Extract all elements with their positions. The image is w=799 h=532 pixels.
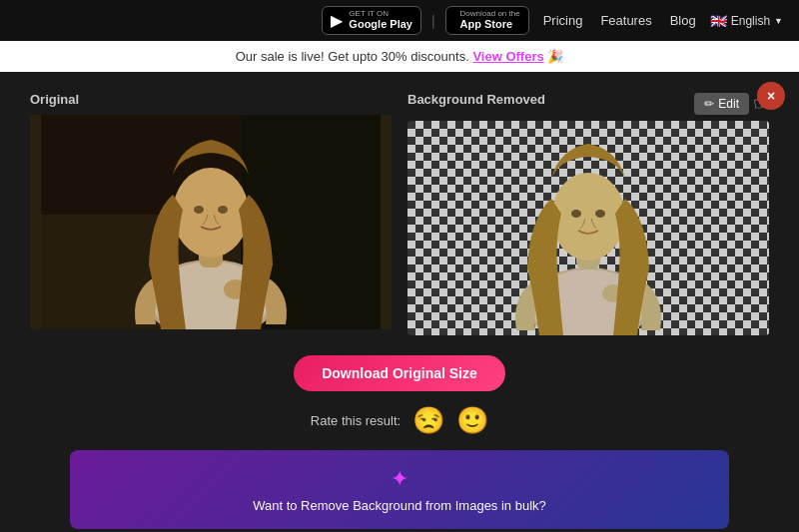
- flag-icon: 🇬🇧: [710, 13, 727, 29]
- view-offers-link[interactable]: View Offers: [472, 49, 543, 64]
- removed-label: Background Removed: [407, 92, 694, 107]
- chevron-down-icon: ▼: [774, 16, 783, 26]
- original-image-container: [30, 115, 392, 329]
- removed-image: [407, 121, 769, 335]
- close-button[interactable]: ×: [757, 82, 785, 110]
- original-panel: Original: [30, 92, 392, 335]
- bulk-text: Want to Remove Background from Images in…: [90, 498, 709, 513]
- sale-text: Our sale is live! Get upto 30% discounts…: [236, 49, 469, 64]
- edit-button[interactable]: ✏ Edit: [694, 93, 749, 115]
- language-selector[interactable]: 🇬🇧 English ▼: [710, 13, 783, 29]
- svg-point-16: [595, 210, 605, 218]
- app-store-big-text: App Store: [460, 18, 520, 31]
- sad-rating-button[interactable]: 😒: [412, 405, 444, 436]
- google-play-icon: ▶: [331, 11, 343, 30]
- svg-point-8: [194, 206, 204, 214]
- rating-label: Rate this result:: [311, 413, 400, 428]
- google-play-small-text: GET IT ON: [349, 10, 412, 18]
- svg-point-7: [173, 168, 249, 258]
- pricing-link[interactable]: Pricing: [539, 11, 587, 30]
- blog-link[interactable]: Blog: [666, 11, 700, 30]
- images-row: Original: [30, 92, 769, 335]
- neutral-rating-button[interactable]: 🙂: [456, 405, 488, 436]
- pencil-icon: ✏: [704, 97, 714, 111]
- app-store-button[interactable]: Download on the App Store: [445, 6, 529, 35]
- bulk-section[interactable]: ✦ Want to Remove Background from Images …: [70, 450, 729, 529]
- google-play-button[interactable]: ▶ GET IT ON Google Play: [322, 6, 421, 35]
- removed-photo-svg: [407, 121, 769, 335]
- download-button[interactable]: Download Original Size: [294, 355, 505, 391]
- banner-emoji: 🎉: [547, 49, 563, 64]
- separator: |: [431, 13, 435, 29]
- original-label: Original: [30, 92, 392, 107]
- header: ▶ GET IT ON Google Play | Download on th…: [0, 0, 799, 41]
- google-play-big-text: Google Play: [349, 18, 412, 31]
- removed-image-container: [407, 121, 769, 335]
- edit-button-wrap: Background Removed ✏ Edit ☞: [407, 92, 769, 115]
- features-link[interactable]: Features: [596, 11, 655, 30]
- svg-point-15: [571, 210, 581, 218]
- rating-section: Rate this result: 😒 🙂: [30, 405, 769, 436]
- app-store-small-text: Download on the: [460, 10, 520, 18]
- edit-button-label: Edit: [718, 97, 739, 111]
- svg-point-14: [551, 173, 625, 261]
- svg-point-9: [218, 206, 228, 214]
- sale-banner: Our sale is live! Get upto 30% discounts…: [0, 41, 799, 72]
- language-label: English: [731, 14, 770, 28]
- main-content: × Original: [0, 72, 799, 532]
- bulk-icon: ✦: [90, 466, 709, 492]
- original-image: [30, 115, 392, 329]
- removed-panel: Background Removed ✏ Edit ☞: [407, 92, 769, 335]
- download-section: Download Original Size: [30, 355, 769, 391]
- original-photo-svg: [30, 115, 392, 329]
